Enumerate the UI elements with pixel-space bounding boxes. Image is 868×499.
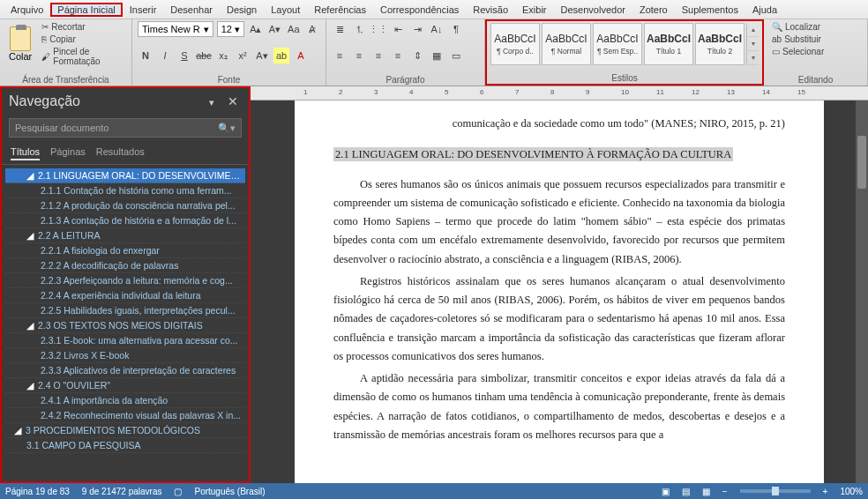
horizontal-ruler[interactable]: 123456789101112131415: [251, 86, 868, 101]
align-center-button[interactable]: ≡: [351, 48, 367, 63]
tree-item[interactable]: 2.1.1 Contação de história como uma ferr…: [5, 183, 245, 198]
shrink-font-button[interactable]: A▾: [267, 21, 282, 37]
menu-layout[interactable]: Layout: [264, 3, 307, 17]
status-language[interactable]: Português (Brasil): [194, 487, 265, 496]
style-gallery-scroll[interactable]: ▴▾▾: [746, 23, 759, 65]
zoom-in-button[interactable]: +: [823, 487, 828, 496]
view-web-button[interactable]: ▦: [702, 487, 710, 496]
zoom-thumb[interactable]: [772, 487, 779, 495]
tab-paginas[interactable]: Páginas: [50, 145, 86, 160]
font-name-select[interactable]: Times New R▾: [138, 21, 213, 37]
find-button[interactable]: 🔍Localizar: [769, 21, 862, 33]
tree-item[interactable]: ◢ 2.4 O "OUVILER": [5, 378, 245, 393]
tree-item[interactable]: 2.3.3 Aplicativos de interpretação de ca…: [5, 363, 245, 378]
status-spellcheck[interactable]: ▢: [174, 487, 182, 496]
style-corpo[interactable]: AaBbCcI¶ Corpo d..: [490, 23, 540, 65]
navpane-menu-icon[interactable]: ▾: [209, 97, 214, 108]
subscript-button[interactable]: x₂: [215, 48, 231, 63]
tree-item[interactable]: 2.2.2 A decodificação de palavras: [5, 258, 245, 273]
navpane-search-input[interactable]: Pesquisar documento 🔍▾: [9, 118, 242, 138]
tree-item[interactable]: 2.2.4 A experiência individual da leitur…: [5, 288, 245, 303]
paste-label: Colar: [9, 51, 32, 62]
menu-desenhar[interactable]: Desenhar: [163, 3, 220, 17]
increase-indent-button[interactable]: ⇥: [409, 21, 425, 37]
font-color-button[interactable]: A: [293, 48, 309, 63]
tree-item[interactable]: ◢ 2.1 LINGUAGEM ORAL: DO DESENVOLVIMENTO…: [5, 168, 245, 183]
sort-button[interactable]: A↓: [429, 21, 445, 37]
menu-referencias[interactable]: Referências: [307, 3, 373, 17]
tree-item[interactable]: ◢ 2.3 OS TEXTOS NOS MEIOS DIGITAIS: [5, 318, 245, 333]
menu-revisao[interactable]: Revisão: [466, 3, 515, 17]
bullets-button[interactable]: ≣: [332, 21, 348, 37]
clipboard-group-label: Área de Transferência: [5, 74, 126, 86]
show-marks-button[interactable]: ¶: [448, 21, 464, 37]
align-left-button[interactable]: ≡: [332, 48, 348, 63]
document-page[interactable]: comunicação e da sociedade como um todo"…: [295, 101, 824, 483]
format-painter-button[interactable]: 🖌Pincel de Formatação: [39, 46, 126, 67]
status-page[interactable]: Página 19 de 83: [5, 487, 70, 496]
tree-item[interactable]: 2.2.3 Aperfeiçoando a leitura: memória e…: [5, 273, 245, 288]
paste-button[interactable]: Colar: [5, 25, 35, 63]
tree-item[interactable]: 2.3.2 Livros X E-book: [5, 348, 245, 363]
tab-resultados[interactable]: Resultados: [96, 145, 145, 160]
justify-button[interactable]: ≡: [390, 48, 406, 63]
text-effects-button[interactable]: A▾: [254, 48, 270, 63]
tree-item[interactable]: 3.1 CAMPO DA PESQUISA: [5, 438, 245, 453]
select-button[interactable]: ▭Selecionar: [769, 46, 862, 57]
menu-design[interactable]: Design: [220, 3, 264, 17]
superscript-button[interactable]: x²: [235, 48, 251, 63]
tree-item[interactable]: ◢ 2.2 A LEITURA: [5, 228, 245, 243]
grow-font-button[interactable]: A▴: [248, 21, 263, 37]
zoom-out-button[interactable]: −: [722, 487, 728, 496]
menu-zotero[interactable]: Zotero: [632, 3, 675, 17]
navpane-close-button[interactable]: ✕: [224, 94, 242, 108]
view-read-button[interactable]: ▣: [662, 487, 670, 496]
italic-button[interactable]: I: [157, 48, 173, 63]
view-print-button[interactable]: ▤: [682, 487, 690, 496]
numbering-button[interactable]: ⒈: [351, 21, 367, 37]
style-titulo1[interactable]: AaBbCcITítulo 1: [644, 23, 693, 65]
tree-item[interactable]: 2.2.5 Habilidades iguais, interpretações…: [5, 303, 245, 318]
copy-button[interactable]: ⎘Copiar: [39, 34, 126, 45]
font-size-select[interactable]: 12▾: [217, 21, 244, 37]
menu-suplementos[interactable]: Suplementos: [675, 3, 745, 17]
tree-item[interactable]: 2.3.1 E-book: uma alternativa para acess…: [5, 333, 245, 348]
tree-item[interactable]: 2.2.1 A fisiologia do enxergar: [5, 243, 245, 258]
menu-correspondencias[interactable]: Correspondências: [373, 3, 466, 17]
menu-exibir[interactable]: Exibir: [515, 3, 554, 17]
bold-button[interactable]: N: [138, 48, 153, 63]
tab-titulos[interactable]: Títulos: [11, 145, 40, 160]
decrease-indent-button[interactable]: ⇤: [390, 21, 406, 37]
borders-button[interactable]: ▭: [448, 48, 464, 63]
menu-arquivo[interactable]: Arquivo: [4, 3, 50, 17]
style-normal[interactable]: AaBbCcI¶ Normal: [542, 23, 591, 65]
style-sem-esp[interactable]: AaBbCcI¶ Sem Esp..: [593, 23, 642, 65]
tree-item[interactable]: 2.1.2 A produção da consciência narrativ…: [5, 198, 245, 213]
scrollbar-thumb[interactable]: [857, 136, 866, 189]
menu-desenvolvedor[interactable]: Desenvolvedor: [554, 3, 632, 17]
status-words[interactable]: 9 de 21472 palavras: [82, 487, 162, 496]
tree-item[interactable]: 2.1.3 A contação de história e a formaçã…: [5, 213, 245, 228]
tree-item[interactable]: ◢ 3 PROCEDIMENTOS METODOLÓGICOS: [5, 423, 245, 438]
align-right-button[interactable]: ≡: [370, 48, 386, 63]
underline-button[interactable]: S: [176, 48, 192, 63]
tree-item[interactable]: 2.4.2 Reconhecimento visual das palavras…: [5, 408, 245, 423]
line-spacing-button[interactable]: ⇕: [409, 48, 425, 63]
strike-button[interactable]: abc: [196, 48, 212, 63]
zoom-level[interactable]: 100%: [840, 487, 863, 496]
change-case-button[interactable]: Aa: [286, 21, 301, 37]
clear-format-button[interactable]: A̷: [305, 21, 320, 37]
shading-button[interactable]: ▦: [429, 48, 445, 63]
menu-pagina-inicial[interactable]: Página Inicial: [50, 3, 122, 17]
style-titulo2[interactable]: AaBbCcITítulo 2: [695, 23, 745, 65]
search-icon: 🔍▾: [218, 123, 236, 134]
zoom-slider[interactable]: [740, 489, 811, 493]
multilevel-button[interactable]: ⋮⋮: [370, 21, 386, 37]
cut-button[interactable]: ✂Recortar: [39, 21, 126, 33]
vertical-scrollbar[interactable]: [856, 101, 868, 483]
highlight-button[interactable]: ab: [273, 48, 289, 63]
tree-item[interactable]: 2.4.1 A importância da atenção: [5, 393, 245, 408]
menu-inserir[interactable]: Inserir: [123, 3, 164, 17]
menu-ajuda[interactable]: Ajuda: [745, 3, 784, 17]
replace-button[interactable]: abSubstituir: [769, 34, 862, 45]
